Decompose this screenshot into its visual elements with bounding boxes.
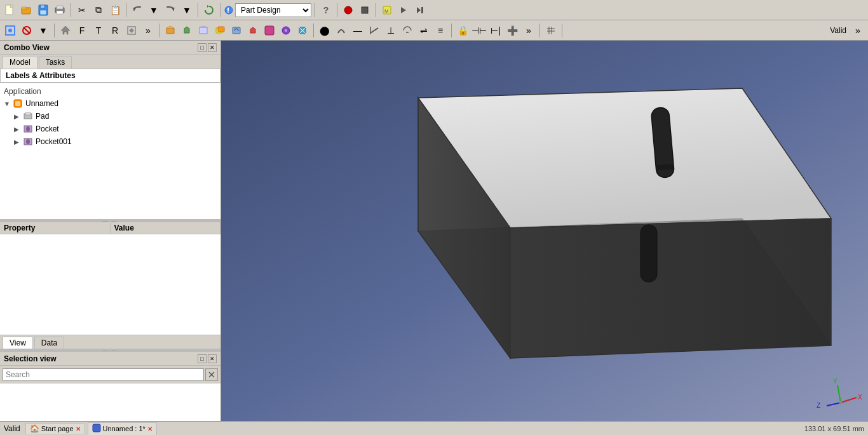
- lock-btn[interactable]: 🔒: [455, 23, 470, 38]
- std-view3[interactable]: [196, 23, 211, 38]
- snap-btn3[interactable]: —: [350, 23, 365, 38]
- search-clear-btn[interactable]: [205, 368, 218, 381]
- std-view7[interactable]: [262, 23, 277, 38]
- undo-dropdown[interactable]: ▼: [146, 3, 161, 18]
- search-input[interactable]: [3, 368, 204, 381]
- std-view8[interactable]: [278, 23, 294, 38]
- tree-icon-unnamed: [13, 98, 23, 109]
- dim-btn[interactable]: ⊢|: [488, 23, 503, 38]
- tab-view[interactable]: View: [3, 337, 33, 349]
- main-toolbar: ✂ ⧉ 📋 ▼ ▼ Part Design ? M: [0, 0, 868, 20]
- tab-unnamed[interactable]: Unnamed : 1* ✕: [88, 422, 157, 435]
- more-views-btn[interactable]: »: [140, 23, 156, 38]
- no-pick-btn[interactable]: [19, 23, 34, 38]
- svg-text:Y: Y: [833, 378, 837, 385]
- svg-text:M: M: [384, 8, 389, 14]
- combo-close-btn[interactable]: ✕: [208, 43, 217, 52]
- grid-btn[interactable]: [543, 23, 559, 38]
- tab-start-page[interactable]: 🏠 Start page ✕: [25, 423, 85, 434]
- prop-header-property: Property: [0, 222, 111, 234]
- sep1: [71, 3, 71, 17]
- workbench-select[interactable]: Part Design: [235, 3, 311, 17]
- sel-restore-btn[interactable]: □: [198, 354, 207, 363]
- arrow-btn[interactable]: ➕: [505, 23, 520, 38]
- svg-marker-28: [129, 28, 134, 33]
- refresh-button[interactable]: [201, 3, 217, 18]
- property-table-body: [0, 234, 220, 335]
- tree-item-pad[interactable]: ▶ Pad: [0, 110, 220, 123]
- more-right-btn[interactable]: »: [850, 23, 865, 38]
- svg-line-26: [24, 27, 30, 34]
- redo-dropdown[interactable]: ▼: [179, 3, 194, 18]
- unnamed-tab-close[interactable]: ✕: [147, 425, 153, 432]
- std-view6[interactable]: [245, 23, 261, 38]
- svg-rect-29: [166, 28, 174, 34]
- svg-text:Z: Z: [817, 402, 820, 409]
- status-bar: Valid 🏠 Start page ✕ Unnamed : 1* ✕ 133.…: [0, 421, 868, 435]
- right-view-btn[interactable]: R: [107, 23, 123, 38]
- labels-attrs-tab[interactable]: Labels & Attributes: [0, 69, 220, 83]
- redo-button[interactable]: [163, 3, 178, 18]
- sel-close-btn[interactable]: ✕: [208, 354, 217, 363]
- no-pick-dropdown[interactable]: ▼: [36, 23, 51, 38]
- more-snap-btn[interactable]: »: [521, 23, 536, 38]
- combo-restore-btn[interactable]: □: [198, 43, 207, 52]
- std-view2[interactable]: [179, 23, 194, 38]
- home-view-btn[interactable]: [58, 23, 73, 38]
- snap-btn8[interactable]: ≡: [433, 23, 448, 38]
- macro-button[interactable]: M: [379, 3, 395, 18]
- play-button[interactable]: [396, 3, 411, 18]
- snap-btn5[interactable]: ⊥: [383, 23, 398, 38]
- selection-header-btns: □ ✕: [198, 354, 217, 363]
- tree-item-pocket[interactable]: ▶ Pocket: [0, 123, 220, 135]
- help-button[interactable]: ?: [318, 3, 334, 18]
- record-button[interactable]: [341, 3, 356, 18]
- front-view-btn[interactable]: F: [74, 23, 90, 38]
- snap-btn4[interactable]: [367, 23, 382, 38]
- svg-rect-5: [41, 5, 44, 8]
- workbench-icon: [224, 5, 234, 15]
- snap-btn7[interactable]: ⇌: [416, 23, 431, 38]
- tab-model[interactable]: Model: [3, 56, 37, 69]
- std-view1[interactable]: [163, 23, 178, 38]
- svg-text:X: X: [858, 394, 862, 401]
- model-tree: Application ▼ Unnamed ▶ Pad ▶: [0, 83, 220, 219]
- selection-view: Selection view □ ✕: [0, 351, 220, 421]
- fit-all-btn[interactable]: [3, 23, 18, 38]
- search-row: [0, 366, 220, 384]
- vsep6: [562, 23, 562, 37]
- tree-item-pocket001[interactable]: ▶ Pocket001: [0, 135, 220, 148]
- top-view-btn[interactable]: T: [91, 23, 106, 38]
- sep4: [220, 3, 220, 17]
- tree-item-unnamed[interactable]: ▼ Unnamed: [0, 97, 220, 110]
- paste-button[interactable]: 📋: [107, 3, 123, 18]
- tab-tasks[interactable]: Tasks: [39, 56, 72, 69]
- svg-point-72: [839, 401, 843, 405]
- viewport[interactable]: X Y Z: [221, 41, 868, 421]
- std-view4[interactable]: [212, 23, 227, 38]
- tab-data[interactable]: Data: [34, 337, 64, 349]
- cut-button[interactable]: ✂: [74, 3, 90, 18]
- snap-btn6[interactable]: [400, 23, 415, 38]
- auto-label: Valid: [827, 26, 849, 35]
- std-view9[interactable]: [295, 23, 310, 38]
- step-button[interactable]: [412, 3, 428, 18]
- svg-rect-8: [57, 6, 63, 9]
- stop-button[interactable]: [357, 3, 372, 18]
- copy-button[interactable]: ⧉: [91, 3, 106, 18]
- open-button[interactable]: [19, 3, 34, 18]
- undo-button[interactable]: [130, 3, 145, 18]
- rear-view-btn[interactable]: [124, 23, 139, 38]
- std-view5[interactable]: [229, 23, 244, 38]
- workbench-area: Part Design: [224, 3, 311, 17]
- new-button[interactable]: [3, 3, 18, 18]
- vsep5: [539, 23, 540, 37]
- snap-btn1[interactable]: ⬤: [317, 23, 332, 38]
- tree-label-pad: Pad: [36, 112, 49, 121]
- svg-rect-9: [57, 11, 63, 14]
- save-button[interactable]: [36, 3, 51, 18]
- extend-btn[interactable]: ⊣⊢: [471, 23, 487, 38]
- print-button[interactable]: [52, 3, 67, 18]
- snap-btn2[interactable]: [334, 23, 349, 38]
- start-page-close[interactable]: ✕: [76, 425, 81, 432]
